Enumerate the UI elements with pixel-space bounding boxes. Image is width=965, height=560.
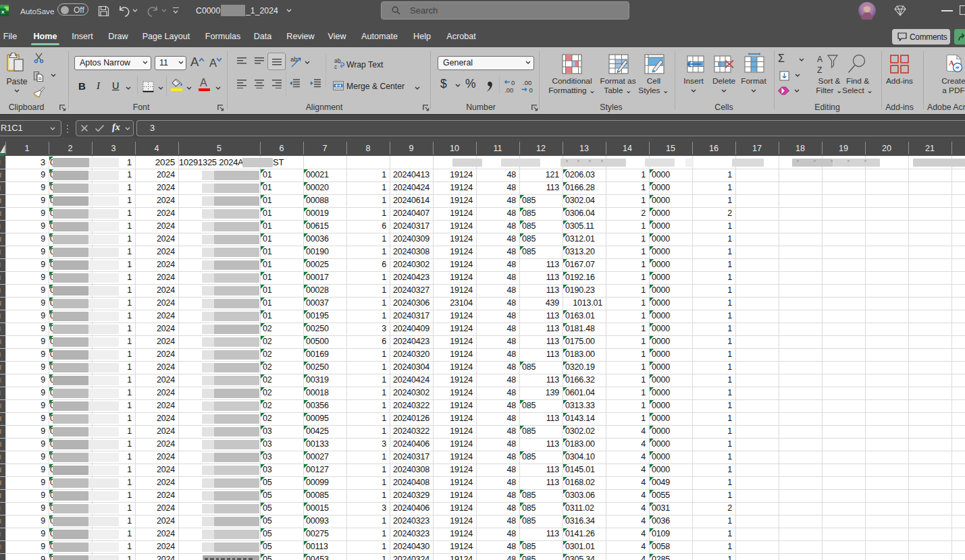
svg-text:x: x — [1, 9, 5, 15]
svg-text:A: A — [817, 55, 823, 64]
svg-text:0: 0 — [529, 86, 533, 93]
svg-text:Z: Z — [817, 65, 822, 74]
svg-text:.00: .00 — [504, 86, 513, 93]
svg-text:0: 0 — [511, 79, 515, 86]
svg-text:.00: .00 — [523, 79, 531, 86]
